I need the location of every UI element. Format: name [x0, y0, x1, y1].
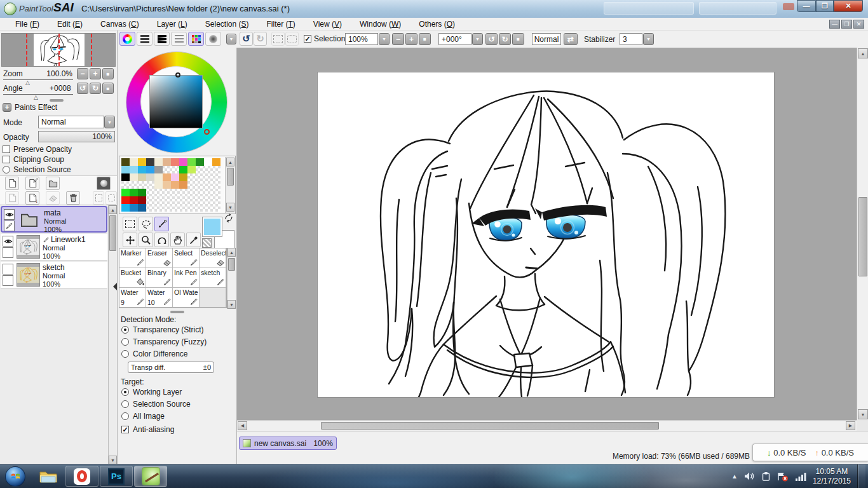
angle-slider-thumb[interactable]: △: [34, 95, 38, 100]
layer-row-linework1[interactable]: Linework1 Normal 100%: [1, 234, 107, 261]
transfer-down-button[interactable]: [5, 191, 19, 205]
clipping-group-checkbox[interactable]: [3, 156, 10, 163]
panel-resize-handle[interactable]: [50, 99, 64, 102]
panel-collapse-handle[interactable]: [113, 283, 117, 290]
color-swatch[interactable]: [179, 181, 187, 189]
lasso-tool[interactable]: [139, 217, 153, 231]
zoom-out-button[interactable]: −: [392, 33, 404, 45]
color-swatch[interactable]: [187, 181, 196, 189]
tool-marker[interactable]: Marker: [119, 248, 146, 268]
rotate-canvas-tool[interactable]: [154, 233, 169, 247]
undo-button[interactable]: ↺: [240, 32, 253, 46]
anti-aliasing-checkbox[interactable]: ✓: [121, 426, 129, 433]
scroll-up-button[interactable]: ▲: [858, 48, 868, 58]
layer-visibility-toggle[interactable]: [3, 236, 13, 247]
hue-ring-marker[interactable]: [204, 129, 210, 135]
color-swatch[interactable]: [154, 181, 163, 189]
zoom-reset-button[interactable]: ■: [419, 33, 431, 45]
layer-mask-button[interactable]: [93, 191, 104, 205]
new-layer-set-button[interactable]: [46, 177, 60, 190]
opacity-slider[interactable]: 100%: [38, 131, 115, 142]
scrollbar-thumb[interactable]: [858, 197, 867, 276]
tool-slot-empty[interactable]: [200, 288, 226, 308]
color-swatch[interactable]: [130, 173, 138, 181]
color-swatch[interactable]: [138, 173, 146, 181]
tray-expand-icon[interactable]: ▲: [731, 473, 738, 480]
transparent-color-toggle[interactable]: [202, 238, 212, 248]
foreground-color-swatch[interactable]: [202, 217, 222, 237]
panel-resize-handle[interactable]: [170, 311, 184, 313]
tool-sketch[interactable]: sketch: [200, 268, 226, 288]
layer-paint-toggle[interactable]: [3, 275, 13, 286]
swatches-panel-button[interactable]: [188, 32, 204, 46]
network-speed-widget[interactable]: ↓ 0.0 KB/S ↑ 0.0 KB/S: [752, 444, 868, 461]
layer-paint-toggle[interactable]: [4, 220, 15, 231]
zoom-slider-thumb[interactable]: △: [25, 80, 30, 85]
toolgrid-scrollbar[interactable]: ▲ ▼: [227, 248, 236, 309]
color-swatch[interactable]: [163, 189, 171, 196]
color-swatch[interactable]: [146, 204, 154, 212]
canvas-artwork[interactable]: [318, 72, 774, 397]
color-mixer-panel-button[interactable]: [171, 32, 187, 46]
color-swatch[interactable]: [171, 181, 179, 189]
saturation-value-square[interactable]: [149, 75, 203, 128]
tool-water9[interactable]: Water9: [119, 288, 146, 308]
taskbar-photoshop-button[interactable]: Ps: [100, 466, 133, 487]
color-swatch[interactable]: [138, 204, 146, 212]
radio-off[interactable]: [121, 400, 129, 408]
navigator-preview[interactable]: [1, 33, 116, 67]
swap-color-button[interactable]: ⇄: [564, 33, 578, 45]
color-swatch[interactable]: [163, 158, 171, 166]
color-wheel-panel-button[interactable]: [119, 32, 135, 46]
navigator-zoom-in-button[interactable]: +: [90, 68, 101, 79]
color-swatch[interactable]: [187, 196, 196, 204]
window-restore-button[interactable]: ❐: [816, 0, 834, 12]
radio-off[interactable]: [121, 412, 129, 420]
navigator-zoom-slider[interactable]: [3, 79, 73, 80]
color-swatch[interactable]: [212, 181, 220, 189]
document-tab[interactable]: new canvas.sai 100%: [239, 437, 337, 450]
move-tool[interactable]: [123, 233, 137, 247]
stabilizer-value-field[interactable]: 3: [620, 33, 642, 45]
color-swatch[interactable]: [179, 173, 187, 181]
color-swatch[interactable]: [196, 196, 204, 204]
scroll-up-button[interactable]: ▲: [227, 248, 236, 257]
canvas-workspace[interactable]: ▲ ▼ ◀ ▶: [237, 48, 868, 431]
color-swatch[interactable]: [130, 181, 138, 189]
canvas-vertical-scrollbar[interactable]: ▲ ▼: [857, 48, 868, 420]
swatches-scrollbar[interactable]: ▲ ▼: [225, 157, 235, 213]
color-swatch[interactable]: [146, 166, 154, 173]
scroll-down-button[interactable]: ▼: [226, 203, 234, 212]
scroll-down-button[interactable]: ▼: [227, 300, 236, 309]
tool-binary[interactable]: Binary: [146, 268, 173, 288]
navigator-angle-slider[interactable]: [3, 94, 73, 95]
color-swatch[interactable]: [171, 158, 179, 166]
paint-mode-button[interactable]: Normal: [532, 33, 561, 45]
signal-strength-icon[interactable]: [795, 472, 806, 481]
zoom-value-field[interactable]: 100%: [345, 33, 378, 45]
color-swatch[interactable]: [146, 173, 154, 181]
menu-layer[interactable]: Layer (L): [148, 20, 196, 29]
color-swatch[interactable]: [154, 166, 163, 173]
color-swatch[interactable]: [196, 189, 204, 196]
radio-on[interactable]: [121, 388, 129, 396]
navigator-zoom-reset-button[interactable]: ■: [102, 68, 114, 79]
menu-canvas[interactable]: Canvas (C): [92, 20, 148, 29]
color-swatch[interactable]: [187, 166, 196, 173]
color-swatch[interactable]: [138, 196, 146, 204]
color-swatch[interactable]: [212, 173, 220, 181]
color-swatch[interactable]: [163, 196, 171, 204]
z oom-in-button[interactable]: +: [405, 33, 417, 45]
navigator-zoom-out-button[interactable]: −: [77, 68, 88, 79]
color-swatch[interactable]: [171, 166, 179, 173]
color-swatch[interactable]: [204, 158, 212, 166]
color-swatch[interactable]: [163, 204, 171, 212]
color-swatch[interactable]: [130, 189, 138, 196]
color-swatch[interactable]: [204, 166, 212, 173]
color-swatch[interactable]: [121, 196, 130, 204]
angle-value-field[interactable]: +000°: [438, 33, 471, 45]
radio-off[interactable]: [121, 350, 129, 358]
color-swatch[interactable]: [212, 196, 220, 204]
navigator-rotate-ccw-button[interactable]: ↺: [77, 83, 88, 94]
color-swatch[interactable]: [121, 189, 130, 196]
